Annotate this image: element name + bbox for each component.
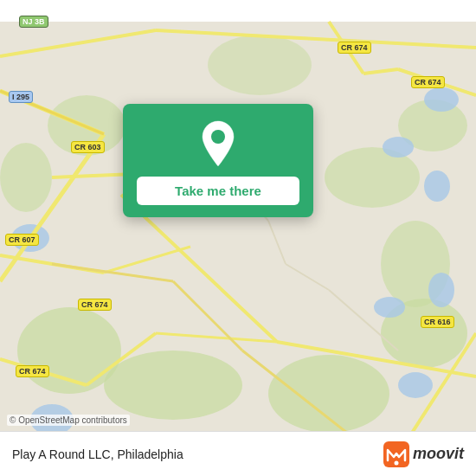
road-label-cr674-bot: CR 674 bbox=[16, 365, 49, 377]
road-label-cr674-mid: CR 674 bbox=[78, 299, 112, 311]
svg-point-17 bbox=[398, 372, 433, 398]
road-label-nj3b: NJ 3B bbox=[19, 16, 48, 28]
svg-point-3 bbox=[268, 355, 389, 433]
svg-point-12 bbox=[424, 87, 459, 112]
moovit-logo-text: moovit bbox=[413, 445, 464, 463]
bottom-bar: Play A Round LLC, Philadelphia moovit bbox=[0, 431, 476, 476]
svg-point-16 bbox=[428, 273, 454, 307]
svg-point-45 bbox=[211, 130, 225, 144]
road-label-cr674-top2: CR 674 bbox=[411, 76, 445, 88]
road-label-i295: I 295 bbox=[9, 91, 33, 103]
svg-point-7 bbox=[0, 143, 52, 212]
location-pin-icon bbox=[198, 119, 238, 168]
take-me-there-button[interactable]: Take me there bbox=[137, 177, 299, 205]
svg-point-47 bbox=[394, 460, 398, 465]
road-label-cr674-top: CR 674 bbox=[338, 42, 371, 54]
svg-point-15 bbox=[374, 297, 405, 318]
svg-point-2 bbox=[104, 351, 242, 420]
popup-card: Take me there bbox=[123, 104, 313, 217]
map-container[interactable]: NJ 3B I 295 CR 603 CR 674 CR 674 CR 607 … bbox=[0, 0, 476, 476]
location-text: Play A Round LLC, Philadelphia bbox=[12, 447, 183, 461]
road-label-cr607: CR 607 bbox=[5, 234, 39, 246]
moovit-logo: moovit bbox=[383, 441, 464, 467]
svg-point-11 bbox=[383, 137, 414, 158]
road-label-cr616: CR 616 bbox=[421, 316, 454, 328]
copyright-text: © OpenStreetMap contributors bbox=[7, 415, 130, 426]
moovit-logo-icon bbox=[383, 441, 409, 467]
svg-point-9 bbox=[208, 35, 312, 95]
svg-point-13 bbox=[424, 170, 450, 202]
road-label-cr603: CR 603 bbox=[71, 141, 105, 153]
